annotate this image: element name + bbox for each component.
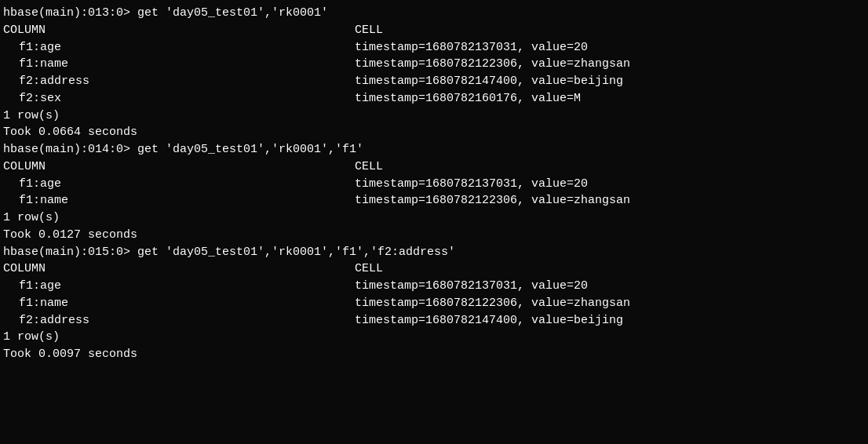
column-header: COLUMN: [3, 158, 355, 176]
column-header: COLUMN: [3, 22, 355, 39]
cell-header: CELL: [355, 262, 383, 275]
terminal-line-2: f1:agetimestamp=1680782137031, value=20: [3, 39, 865, 56]
terminal-line-8: hbase(main):014:0> get 'day05_test01','r…: [3, 141, 865, 158]
terminal-line-18: f2:addresstimestamp=1680782147400, value…: [3, 312, 865, 329]
cell-value: timestamp=1680782122306, value=zhangsan: [355, 57, 630, 71]
terminal-line-16: f1:agetimestamp=1680782137031, value=20: [3, 278, 865, 295]
prompt-text: hbase(main):013:0> get 'day05_test01','r…: [3, 6, 328, 20]
cell-value: timestamp=1680782147400, value=beijing: [355, 75, 623, 88]
terminal-line-13: Took 0.0127 seconds: [3, 227, 865, 244]
column-value: f1:name: [3, 295, 355, 312]
cell-value: timestamp=1680782147400, value=beijing: [355, 314, 623, 327]
cell-value: timestamp=1680782122306, value=zhangsan: [355, 297, 630, 310]
column-value: f2:address: [3, 312, 355, 329]
column-value: f1:age: [3, 278, 355, 295]
prompt-text: hbase(main):015:0> get 'day05_test01','r…: [3, 246, 455, 259]
column-header: COLUMN: [3, 260, 355, 278]
cell-header: CELL: [355, 160, 383, 173]
terminal-line-3: f1:nametimestamp=1680782122306, value=zh…: [3, 56, 865, 73]
terminal-line-7: Took 0.0664 seconds: [3, 124, 865, 141]
terminal-line-4: f2:addresstimestamp=1680782147400, value…: [3, 73, 865, 90]
terminal-line-19: 1 row(s): [3, 329, 865, 346]
terminal-line-0: hbase(main):013:0> get 'day05_test01','r…: [3, 5, 865, 22]
terminal-line-9: COLUMNCELL: [3, 158, 865, 176]
terminal-line-5: f2:sextimestamp=1680782160176, value=M: [3, 90, 865, 107]
terminal-line-17: f1:nametimestamp=1680782122306, value=zh…: [3, 295, 865, 312]
column-value: f2:address: [3, 73, 355, 90]
terminal-line-10: f1:agetimestamp=1680782137031, value=20: [3, 176, 865, 193]
column-value: f1:age: [3, 39, 355, 56]
column-value: f2:sex: [3, 90, 355, 107]
column-value: f1:name: [3, 56, 355, 73]
terminal-line-12: 1 row(s): [3, 209, 865, 227]
cell-value: timestamp=1680782137031, value=20: [355, 279, 588, 293]
cell-value: timestamp=1680782137031, value=20: [355, 41, 588, 54]
terminal-line-20: Took 0.0097 seconds: [3, 346, 865, 363]
terminal-line-11: f1:nametimestamp=1680782122306, value=zh…: [3, 192, 865, 209]
column-value: f1:name: [3, 192, 355, 209]
column-value: f1:age: [3, 176, 355, 193]
terminal-line-1: COLUMNCELL: [3, 22, 865, 39]
cell-value: timestamp=1680782160176, value=M: [355, 92, 581, 105]
cell-header: CELL: [355, 24, 383, 37]
prompt-text: hbase(main):014:0> get 'day05_test01','r…: [3, 143, 363, 156]
terminal-line-6: 1 row(s): [3, 107, 865, 125]
terminal: hbase(main):013:0> get 'day05_test01','r…: [3, 5, 865, 439]
terminal-line-14: hbase(main):015:0> get 'day05_test01','r…: [3, 244, 865, 261]
cell-value: timestamp=1680782137031, value=20: [355, 177, 588, 191]
terminal-line-15: COLUMNCELL: [3, 260, 865, 278]
cell-value: timestamp=1680782122306, value=zhangsan: [355, 194, 630, 207]
